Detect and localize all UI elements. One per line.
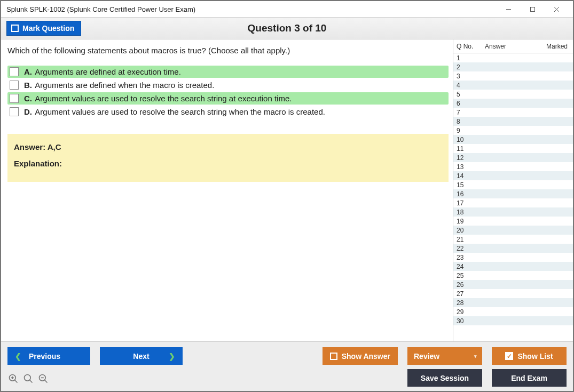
- sidebar-body[interactable]: 1234567891011121314151617181920212223242…: [453, 53, 573, 341]
- save-session-button[interactable]: Save Session: [407, 369, 482, 387]
- question-nav-row[interactable]: 28: [453, 298, 573, 307]
- window-controls: [497, 2, 569, 17]
- question-nav-row[interactable]: 6: [453, 99, 573, 108]
- col-header-qno: Q No.: [453, 43, 483, 50]
- question-nav-row[interactable]: 14: [453, 171, 573, 180]
- col-header-answer: Answer: [483, 43, 541, 50]
- question-list-sidebar: Q No. Answer Marked 12345678910111213141…: [453, 39, 573, 341]
- zoom-controls: [7, 373, 49, 385]
- check-icon: ✓: [505, 352, 513, 360]
- show-list-label: Show List: [517, 352, 553, 361]
- question-nav-row[interactable]: 27: [453, 289, 573, 298]
- svg-point-8: [25, 374, 31, 381]
- mark-question-label: Mark Question: [22, 24, 74, 33]
- answer-line: Answer: A,C: [14, 142, 442, 151]
- end-exam-button[interactable]: End Exam: [492, 369, 567, 387]
- option-checkbox[interactable]: [10, 94, 19, 103]
- question-nav-row[interactable]: 30: [453, 316, 573, 325]
- question-nav-row[interactable]: 26: [453, 280, 573, 289]
- question-nav-row[interactable]: 20: [453, 226, 573, 235]
- maximize-button[interactable]: [521, 2, 545, 17]
- show-answer-label: Show Answer: [342, 352, 390, 361]
- next-button[interactable]: Next ❯: [100, 347, 183, 365]
- checkbox-icon: [11, 25, 19, 32]
- zoom-reset-button[interactable]: [22, 373, 34, 385]
- svg-line-5: [15, 380, 18, 382]
- option-a[interactable]: A. Arguments are defined at execution ti…: [7, 66, 449, 78]
- question-nav-row[interactable]: 10: [453, 135, 573, 144]
- options-list: A. Arguments are defined at execution ti…: [7, 66, 449, 118]
- option-b[interactable]: B. Arguments are defined when the macro …: [7, 79, 449, 91]
- question-nav-row[interactable]: 13: [453, 162, 573, 171]
- question-nav-row[interactable]: 12: [453, 153, 573, 162]
- option-d[interactable]: D. Argument values are used to resolve t…: [7, 106, 449, 118]
- question-content: Which of the following statements about …: [1, 39, 453, 341]
- option-text: A. Arguments are defined at execution ti…: [24, 67, 181, 76]
- question-nav-row[interactable]: 24: [453, 262, 573, 271]
- previous-button[interactable]: ❮ Previous: [7, 347, 90, 365]
- button-row-2: Save Session End Exam: [407, 369, 567, 387]
- question-counter: Question 3 of 10: [1, 22, 573, 34]
- mark-question-button[interactable]: Mark Question: [6, 21, 81, 36]
- explanation-line: Explanation:: [14, 159, 442, 168]
- col-header-marked: Marked: [541, 43, 573, 50]
- show-answer-button[interactable]: Show Answer: [323, 347, 398, 365]
- svg-rect-1: [531, 7, 535, 11]
- option-checkbox[interactable]: [10, 67, 19, 76]
- checkbox-icon: [330, 353, 337, 360]
- bottom-bar: ❮ Previous Next ❯ Show Answer Review ▾ ✓…: [1, 341, 573, 391]
- minimize-button[interactable]: [497, 2, 521, 17]
- option-text: B. Arguments are defined when the macro …: [24, 81, 214, 90]
- question-nav-row[interactable]: 9: [453, 126, 573, 135]
- header-strip: Mark Question Question 3 of 10: [1, 17, 573, 39]
- question-nav-row[interactable]: 7: [453, 108, 573, 117]
- option-c[interactable]: C. Argument values are used to resolve t…: [7, 92, 449, 105]
- show-list-button[interactable]: ✓ Show List: [492, 347, 567, 365]
- main-area: Which of the following statements about …: [1, 39, 573, 341]
- option-text: D. Argument values are used to resolve t…: [24, 107, 325, 116]
- svg-line-9: [30, 380, 33, 382]
- next-label: Next: [100, 352, 183, 361]
- question-nav-row[interactable]: 23: [453, 253, 573, 262]
- review-label: Review: [414, 352, 439, 361]
- button-row: ❮ Previous Next ❯ Show Answer Review ▾ ✓…: [7, 347, 567, 365]
- question-nav-row[interactable]: 25: [453, 271, 573, 280]
- question-nav-row[interactable]: 18: [453, 207, 573, 217]
- question-text: Which of the following statements about …: [7, 46, 449, 55]
- save-session-label: Save Session: [421, 374, 469, 382]
- window-title: Splunk SPLK-1002 (Splunk Core Certified …: [6, 5, 195, 13]
- option-checkbox[interactable]: [10, 107, 19, 116]
- question-nav-row[interactable]: 5: [453, 90, 573, 99]
- zoom-in-button[interactable]: [7, 373, 19, 385]
- end-exam-label: End Exam: [511, 374, 547, 382]
- review-button[interactable]: Review ▾: [407, 347, 482, 365]
- question-nav-row[interactable]: 22: [453, 244, 573, 253]
- caret-down-icon: ▾: [474, 354, 477, 359]
- question-nav-row[interactable]: 17: [453, 198, 573, 207]
- svg-line-11: [45, 380, 48, 382]
- question-nav-row[interactable]: 2: [453, 62, 573, 71]
- question-nav-row[interactable]: 4: [453, 81, 573, 90]
- app-window: Splunk SPLK-1002 (Splunk Core Certified …: [0, 0, 574, 392]
- question-nav-row[interactable]: 16: [453, 189, 573, 198]
- answer-box: Answer: A,C Explanation:: [7, 134, 449, 182]
- close-button[interactable]: [545, 2, 569, 17]
- question-nav-row[interactable]: 21: [453, 235, 573, 244]
- question-nav-row[interactable]: 15: [453, 180, 573, 189]
- question-nav-row[interactable]: 8: [453, 117, 573, 126]
- zoom-out-button[interactable]: [37, 373, 49, 385]
- question-nav-row[interactable]: 29: [453, 307, 573, 316]
- sidebar-header: Q No. Answer Marked: [453, 39, 573, 53]
- option-text: C. Argument values are used to resolve t…: [24, 94, 292, 103]
- question-nav-row[interactable]: 19: [453, 217, 573, 226]
- titlebar: Splunk SPLK-1002 (Splunk Core Certified …: [1, 1, 573, 17]
- option-checkbox[interactable]: [10, 81, 19, 90]
- previous-label: Previous: [29, 352, 60, 361]
- question-nav-row[interactable]: 3: [453, 71, 573, 81]
- question-nav-row[interactable]: 1: [453, 53, 573, 62]
- question-nav-row[interactable]: 11: [453, 144, 573, 153]
- chevron-left-icon: ❮: [15, 352, 21, 361]
